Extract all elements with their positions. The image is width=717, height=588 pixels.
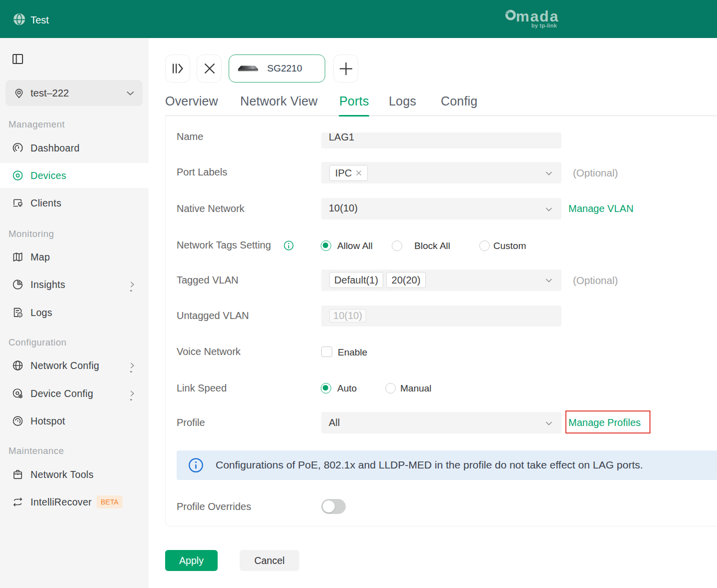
svg-text:mada: mada — [516, 8, 559, 24]
svg-text:by tp-link: by tp-link — [531, 22, 557, 28]
